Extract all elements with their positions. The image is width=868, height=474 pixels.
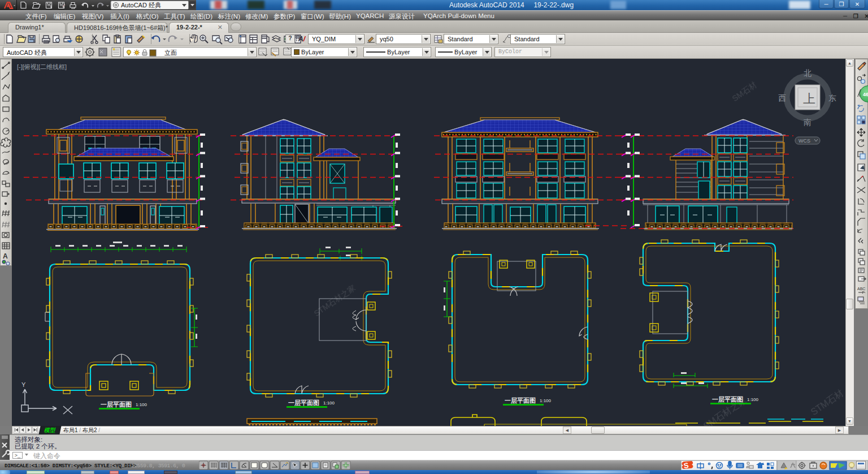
svg-text:东: 东 — [828, 93, 836, 102]
svg-text:一层平面图: 一层平面图 — [101, 401, 132, 408]
svg-text:西: 西 — [778, 93, 786, 102]
svg-text:1:100: 1:100 — [747, 397, 759, 402]
svg-text:1:100: 1:100 — [323, 400, 335, 406]
svg-text:WCS: WCS — [798, 138, 810, 144]
svg-text:北: 北 — [804, 68, 811, 77]
svg-text:AutoCAD 经典: AutoCAD 经典 — [121, 2, 161, 8]
svg-text:[-][俯视][二维线框]: [-][俯视][二维线框] — [17, 63, 67, 70]
svg-text:南: 南 — [804, 118, 811, 127]
svg-text:1:100: 1:100 — [136, 402, 147, 407]
svg-text:一层平面图: 一层平面图 — [288, 399, 319, 406]
svg-text:1:100: 1:100 — [540, 398, 552, 403]
svg-text:一层平面图: 一层平面图 — [505, 397, 536, 404]
svg-text:A: A — [3, 252, 8, 260]
svg-text:上: 上 — [803, 92, 815, 106]
svg-text:Y: Y — [21, 381, 26, 388]
svg-text:ABC: ABC — [857, 287, 865, 291]
